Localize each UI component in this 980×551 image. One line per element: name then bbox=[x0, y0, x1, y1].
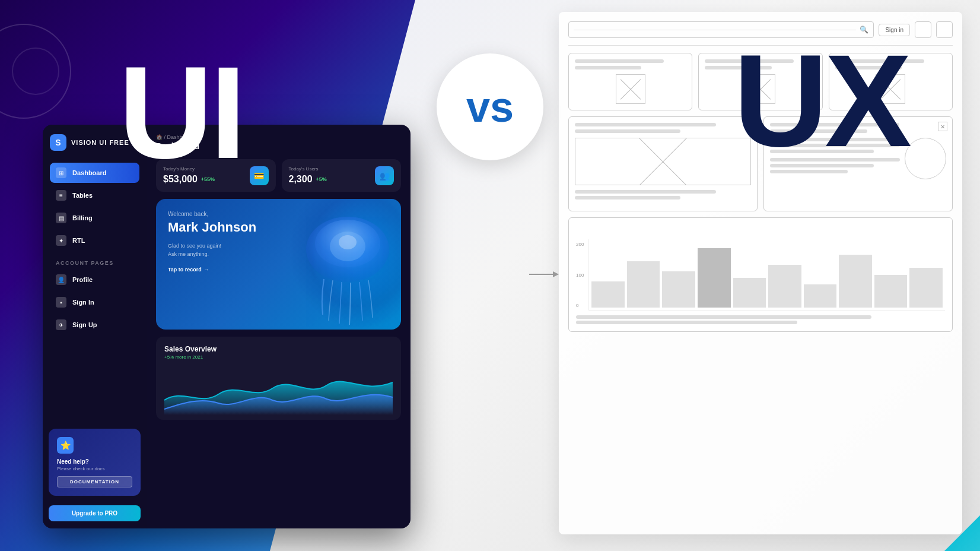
sales-chart-svg bbox=[164, 365, 393, 415]
tap-record-label: Tap to record bbox=[168, 267, 202, 273]
wire-line bbox=[576, 321, 797, 324]
wire-card-1-lines bbox=[575, 59, 686, 69]
wire-line bbox=[575, 66, 641, 69]
wire-card-1 bbox=[568, 53, 692, 110]
svg-marker-5 bbox=[553, 271, 559, 277]
wire-x-icon-large-1 bbox=[575, 138, 750, 185]
stat-icon-money: 💳 bbox=[250, 166, 269, 185]
jellyfish-illustration bbox=[288, 199, 401, 330]
sidebar-item-billing[interactable]: ▤ Billing bbox=[50, 208, 139, 228]
sidebar-item-label-profile: Profile bbox=[72, 276, 93, 283]
vs-circle: vs bbox=[437, 53, 543, 160]
logo-icon: S bbox=[50, 134, 66, 151]
wire-line bbox=[576, 315, 871, 319]
ui-label: UI bbox=[119, 48, 243, 178]
upgrade-button[interactable]: Upgrade to PRO bbox=[49, 505, 141, 521]
stat-change-users: +5% bbox=[316, 176, 327, 182]
sidebar-item-tables[interactable]: ≡ Tables bbox=[50, 185, 139, 205]
wire-chart-card: 200 100 0 bbox=[568, 217, 953, 332]
ux-label: UX bbox=[733, 36, 909, 166]
stat-icon-users: 👥 bbox=[375, 166, 394, 185]
rtl-icon: ✦ bbox=[56, 235, 66, 246]
wire-line bbox=[575, 59, 664, 63]
sidebar-item-rtl[interactable]: ✦ RTL bbox=[50, 230, 139, 251]
sidebar-help-card: ⭐ Need help? Please check our docs DOCUM… bbox=[49, 429, 141, 496]
signin-icon: ▪ bbox=[56, 297, 66, 308]
deco-circle-small bbox=[12, 48, 59, 95]
chart-y-label-0: 0 bbox=[576, 303, 584, 308]
sales-chart bbox=[164, 365, 393, 418]
svg-point-3 bbox=[339, 235, 357, 249]
wireframe-arrow bbox=[529, 268, 559, 283]
wire-line bbox=[575, 129, 680, 133]
sidebar-item-label-rtl: RTL bbox=[72, 237, 85, 244]
welcome-card: Welcome back, Mark Johnson Glad to see y… bbox=[156, 199, 401, 330]
stat-value-users: 2,300 bbox=[289, 174, 313, 185]
wire-line bbox=[575, 123, 716, 126]
tap-record-arrow: → bbox=[204, 267, 209, 273]
documentation-button[interactable]: DOCUMENTATION bbox=[57, 476, 132, 487]
help-star-icon: ⭐ bbox=[57, 437, 74, 454]
sidebar-item-signup[interactable]: ✈ Sign Up bbox=[50, 315, 139, 335]
wire-line bbox=[575, 190, 716, 194]
wire-bar-chart: 200 100 0 bbox=[576, 239, 945, 311]
wire-line bbox=[575, 196, 680, 200]
sidebar-item-profile[interactable]: 👤 Profile bbox=[50, 270, 139, 290]
dashboard-icon: ⊞ bbox=[56, 167, 66, 178]
profile-icon: 👤 bbox=[56, 274, 66, 285]
wire-image-placeholder-1 bbox=[616, 74, 645, 104]
vs-label: vs bbox=[466, 83, 514, 131]
stat-card-users: Today's Users 2,300 +5% 👥 bbox=[282, 159, 402, 192]
wire-square-1 bbox=[915, 21, 931, 38]
jellyfish-svg bbox=[294, 202, 401, 327]
sidebar-item-signin[interactable]: ▪ Sign In bbox=[50, 292, 139, 312]
sidebar-item-label-dashboard: Dashboard bbox=[72, 169, 106, 176]
chart-y-label-200: 200 bbox=[576, 242, 584, 247]
chart-y-label-100: 100 bbox=[576, 273, 584, 278]
sales-subtitle: +5% more in 2021 bbox=[164, 354, 393, 360]
wire-square-2 bbox=[936, 21, 953, 38]
help-subtitle: Please check our docs bbox=[57, 466, 132, 471]
sidebar-item-label-tables: Tables bbox=[72, 192, 93, 199]
wire-x-icon-1 bbox=[616, 75, 645, 103]
billing-icon: ▤ bbox=[56, 213, 66, 223]
signup-icon: ✈ bbox=[56, 319, 66, 330]
tables-icon: ≡ bbox=[56, 190, 66, 201]
wire-medium-card-1 bbox=[568, 116, 758, 211]
wire-circle-placeholder bbox=[905, 138, 946, 179]
sidebar-item-label-signin: Sign In bbox=[72, 299, 94, 306]
wire-large-placeholder-1 bbox=[575, 138, 751, 185]
wire-medium-card-1-lines bbox=[575, 123, 751, 133]
account-section-title: ACCOUNT PAGES bbox=[50, 253, 139, 270]
sales-title: Sales Overview bbox=[164, 345, 393, 353]
help-title: Need help? bbox=[57, 458, 132, 465]
sales-overview: Sales Overview +5% more in 2021 bbox=[156, 337, 401, 420]
sidebar-item-label-signup: Sign Up bbox=[72, 321, 97, 328]
sidebar-item-label-billing: Billing bbox=[72, 214, 93, 221]
